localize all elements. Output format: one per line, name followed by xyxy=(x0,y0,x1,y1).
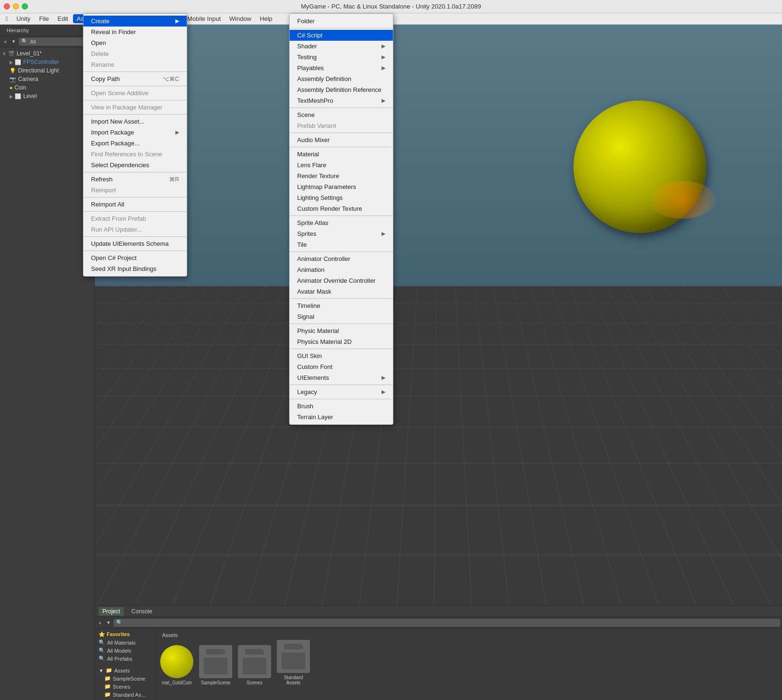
cm-custom-font[interactable]: Custom Font xyxy=(290,361,393,372)
hierarchy-add-button[interactable]: + xyxy=(2,38,9,45)
window-title: MyGame - PC, Mac & Linux Standalone - Un… xyxy=(301,3,481,10)
cm-lighting-settings[interactable]: Lighting Settings xyxy=(290,192,393,203)
folder-icon: 📁 xyxy=(104,683,111,690)
submenu-arrow: ▶ xyxy=(175,129,179,135)
tab-project[interactable]: Project xyxy=(99,607,124,616)
menu-file[interactable]: File xyxy=(35,14,53,23)
cm-tile[interactable]: Tile xyxy=(290,239,393,250)
cm-animator-override[interactable]: Animator Override Controller xyxy=(290,275,393,286)
cm-import-package[interactable]: Import Package ▶ xyxy=(83,127,187,138)
cm-csharp-script[interactable]: C# Script xyxy=(290,30,393,41)
light-icon: 💡 xyxy=(9,68,16,74)
search-icon: 🔍 xyxy=(21,38,28,45)
menu-mobile-input[interactable]: Mobile Input xyxy=(183,14,225,23)
hierarchy-item-directionallight[interactable]: 💡 Directional Light xyxy=(8,66,94,75)
separator xyxy=(83,211,187,212)
cm-timeline[interactable]: Timeline xyxy=(290,300,393,311)
cm-animator-controller[interactable]: Animator Controller xyxy=(290,253,393,264)
cm-import-new-asset[interactable]: Import New Asset... xyxy=(83,116,187,127)
menu-apple[interactable]:  xyxy=(2,14,12,23)
hierarchy-item-coin[interactable]: ● Coin xyxy=(8,83,94,92)
cm-custom-render-texture[interactable]: Custom Render Texture xyxy=(290,203,393,214)
hierarchy-item-level01[interactable]: ▼ 🎬 Level_01* xyxy=(0,49,94,58)
hierarchy-item-fpscontroller[interactable]: ▶ ⬜ FPSController xyxy=(8,58,94,66)
hierarchy-toolbar: + ▾ 🔍 All xyxy=(0,36,94,47)
hierarchy-item-camera[interactable]: 📷 Camera xyxy=(8,75,94,83)
cm-lens-flare[interactable]: Lens Flare xyxy=(290,160,393,171)
sidebar-scenes[interactable]: 📁 Scenes xyxy=(95,682,156,691)
cm-lightmap-params[interactable]: Lightmap Parameters xyxy=(290,181,393,192)
hierarchy-item-level[interactable]: ▶ ⬜ Level xyxy=(8,92,94,100)
cm-animation[interactable]: Animation xyxy=(290,264,393,275)
separator xyxy=(290,399,393,399)
separator xyxy=(290,298,393,299)
scene-icon: 🎬 xyxy=(8,51,15,57)
cm-render-texture[interactable]: Render Texture xyxy=(290,171,393,181)
cm-assembly-def-ref[interactable]: Assembly Definition Reference xyxy=(290,84,393,95)
cm-create[interactable]: Create ▶ xyxy=(83,16,187,27)
cm-audio-mixer[interactable]: Audio Mixer xyxy=(290,135,393,145)
cm-brush[interactable]: Brush xyxy=(290,401,393,412)
cm-sprite-atlas[interactable]: Sprite Atlas xyxy=(290,217,393,228)
cm-uielements[interactable]: UIElements ▶ xyxy=(290,372,393,383)
project-dropdown-button[interactable]: ▾ xyxy=(105,619,112,626)
cm-material[interactable]: Material xyxy=(290,149,393,160)
asset-item-goldcoin[interactable]: mat_GoldCoin xyxy=(160,645,193,685)
menu-edit[interactable]: Edit xyxy=(54,14,72,23)
cm-assembly-def[interactable]: Assembly Definition xyxy=(290,73,393,84)
cm-physic-material[interactable]: Physic Material xyxy=(290,325,393,336)
sidebar-all-materials[interactable]: 🔍 All Materials xyxy=(95,638,156,646)
submenu-arrow: ▶ xyxy=(382,54,385,60)
menu-unity[interactable]: Unity xyxy=(13,14,35,23)
cm-testing[interactable]: Testing ▶ xyxy=(290,52,393,63)
maximize-button[interactable] xyxy=(22,3,28,9)
project-search[interactable]: 🔍 xyxy=(114,619,780,627)
cm-seed-xr[interactable]: Seed XR Input Bindings xyxy=(83,263,187,274)
cm-open[interactable]: Open xyxy=(83,37,187,48)
sidebar-samplescene[interactable]: 📁 SampleScene xyxy=(95,674,156,682)
hierarchy-tab-bar: Hierarchy xyxy=(0,25,94,36)
hierarchy-dropdown-button[interactable]: ▾ xyxy=(10,38,17,45)
cm-playables[interactable]: Playables ▶ xyxy=(290,63,393,73)
cm-terrain-layer[interactable]: Terrain Layer xyxy=(290,412,393,422)
hierarchy-tab[interactable]: Hierarchy xyxy=(4,27,32,34)
scene-view[interactable] xyxy=(95,25,782,605)
hierarchy-item-label: Level_01* xyxy=(17,50,42,57)
cm-reimport-all[interactable]: Reimport All xyxy=(83,199,187,210)
sidebar-standardassets[interactable]: 📁 Standard As... xyxy=(95,691,156,699)
asset-item-scenes[interactable]: Scenes xyxy=(238,645,271,685)
cm-sprites[interactable]: Sprites ▶ xyxy=(290,228,393,239)
cm-select-dependencies[interactable]: Select Dependencies xyxy=(83,160,187,171)
menu-window[interactable]: Window xyxy=(226,14,255,23)
cm-scene[interactable]: Scene xyxy=(290,109,393,120)
cm-update-uielements[interactable]: Update UIElements Schema xyxy=(83,238,187,249)
cm-copy-path[interactable]: Copy Path ⌥⌘C xyxy=(83,73,187,84)
asset-item-standardassets[interactable]: Standard Assets xyxy=(277,640,310,685)
menu-help[interactable]: Help xyxy=(256,14,276,23)
project-add-button[interactable]: + xyxy=(97,619,103,626)
sidebar-assets-group[interactable]: ▼ 📁 Assets xyxy=(95,666,156,674)
cm-physics-material-2d[interactable]: Physics Material 2D xyxy=(290,336,393,347)
cm-folder[interactable]: Folder xyxy=(290,16,393,27)
assets-context-menu: Create ▶ Reveal in Finder Open Delete Re… xyxy=(83,13,187,277)
cm-gui-skin[interactable]: GUI Skin xyxy=(290,350,393,361)
cm-textmeshpro[interactable]: TextMeshPro ▶ xyxy=(290,95,393,106)
hierarchy-search[interactable]: 🔍 All xyxy=(19,38,92,45)
sidebar-all-prefabs[interactable]: 🔍 All Prefabs xyxy=(95,655,156,663)
cm-shader[interactable]: Shader ▶ xyxy=(290,41,393,52)
minimize-button[interactable] xyxy=(13,3,19,9)
separator xyxy=(290,147,393,147)
cm-reveal-finder[interactable]: Reveal in Finder xyxy=(83,27,187,37)
cm-open-csharp[interactable]: Open C# Project xyxy=(83,252,187,263)
tab-console[interactable]: Console xyxy=(127,607,156,616)
submenu-arrow: ▶ xyxy=(382,375,385,381)
cm-avatar-mask[interactable]: Avatar Mask xyxy=(290,286,393,297)
sphere-highlight xyxy=(649,181,716,219)
asset-item-samplescene[interactable]: SampleScene xyxy=(199,645,232,685)
cm-signal[interactable]: Signal xyxy=(290,311,393,322)
cm-export-package[interactable]: Export Package... xyxy=(83,138,187,149)
cm-refresh[interactable]: Refresh ⌘R xyxy=(83,174,187,185)
sidebar-all-models[interactable]: 🔍 All Models xyxy=(95,646,156,655)
close-button[interactable] xyxy=(4,3,10,9)
cm-legacy[interactable]: Legacy ▶ xyxy=(290,386,393,397)
